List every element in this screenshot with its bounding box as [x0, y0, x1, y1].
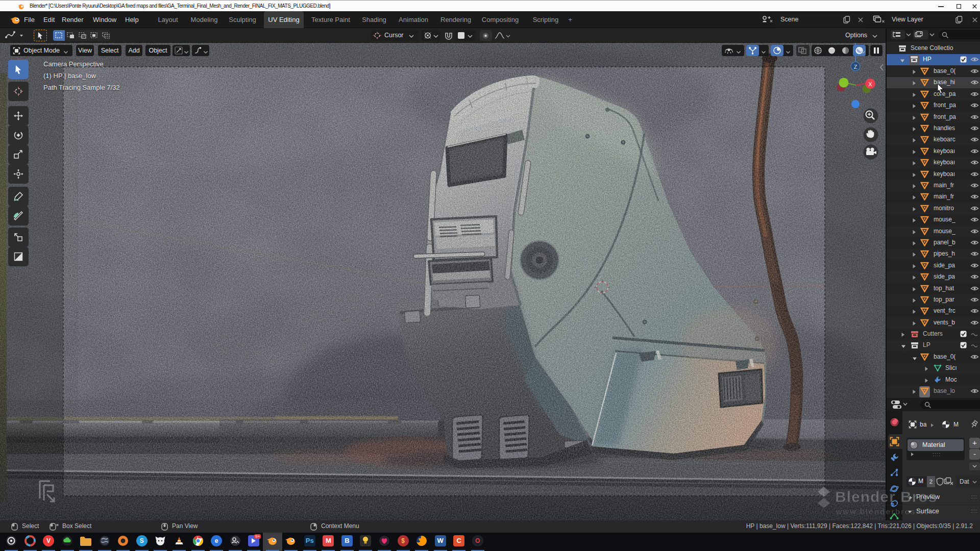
svg-text:Z: Z [854, 64, 857, 70]
svg-text:X: X [868, 81, 872, 87]
